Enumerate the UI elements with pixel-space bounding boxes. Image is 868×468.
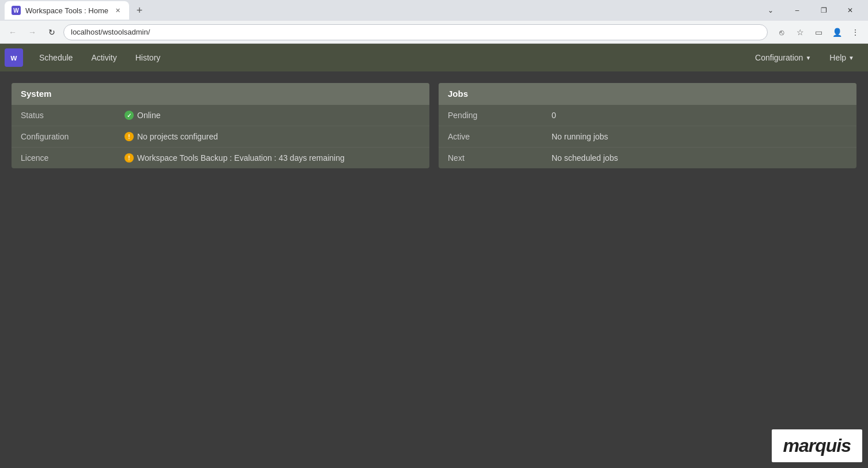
new-tab-button[interactable]: + xyxy=(131,2,148,18)
window-tab-list-button[interactable]: ⌄ xyxy=(757,0,784,21)
config-warning-icon: ! xyxy=(124,132,134,141)
nav-activity[interactable]: Activity xyxy=(82,44,126,71)
jobs-next-row: Next No scheduled jobs xyxy=(439,148,856,168)
split-screen-icon[interactable]: ▭ xyxy=(810,24,827,40)
jobs-card-title: Jobs xyxy=(448,89,468,99)
nav-schedule[interactable]: Schedule xyxy=(30,44,82,71)
jobs-next-text: No scheduled jobs xyxy=(552,153,618,163)
configuration-label: Configuration xyxy=(755,53,803,62)
browser-window: W Workspace Tools : Home ✕ + ⌄ – ❐ ✕ ← →… xyxy=(0,0,868,44)
marquis-logo: marquis xyxy=(772,429,862,462)
system-licence-value: ! Workspace Tools Backup : Evaluation : … xyxy=(124,153,345,163)
help-dropdown[interactable]: Help ▼ xyxy=(820,44,863,71)
licence-warning-icon: ! xyxy=(124,153,134,163)
system-licence-row: Licence ! Workspace Tools Backup : Evalu… xyxy=(12,148,429,168)
system-licence-text: Workspace Tools Backup : Evaluation : 43… xyxy=(137,153,345,163)
jobs-active-row: Active No running jobs xyxy=(439,126,856,148)
menu-icon[interactable]: ⋮ xyxy=(847,24,863,40)
main-content: System Status ✓ Online Configuration ! N… xyxy=(0,71,868,180)
jobs-card-body: Pending 0 Active No running jobs Next No… xyxy=(439,105,856,168)
online-status-icon: ✓ xyxy=(124,111,134,120)
jobs-active-text: No running jobs xyxy=(552,132,608,141)
nav-history[interactable]: History xyxy=(126,44,170,71)
marquis-text: marquis xyxy=(783,435,851,456)
tab-bar: W Workspace Tools : Home ✕ + ⌄ – ❐ ✕ xyxy=(0,0,868,21)
jobs-next-label: Next xyxy=(448,153,552,163)
nav-links: Schedule Activity History xyxy=(30,44,169,71)
system-card-title: System xyxy=(21,89,51,99)
tab-title: Workspace Tools : Home xyxy=(25,6,108,15)
tab-favicon: W xyxy=(12,6,21,15)
system-status-row: Status ✓ Online xyxy=(12,105,429,126)
jobs-next-value: No scheduled jobs xyxy=(552,153,618,163)
url-input[interactable]: localhost/wstoolsadmin/ xyxy=(63,24,768,40)
system-config-value: ! No projects configured xyxy=(124,132,218,141)
bookmark-icon[interactable]: ☆ xyxy=(792,24,808,40)
jobs-active-value: No running jobs xyxy=(552,132,608,141)
help-arrow: ▼ xyxy=(848,55,854,61)
system-status-value: ✓ Online xyxy=(124,111,160,120)
system-card: System Status ✓ Online Configuration ! N… xyxy=(12,83,429,168)
system-config-text: No projects configured xyxy=(137,132,218,141)
system-status-label: Status xyxy=(21,111,124,120)
system-status-text: Online xyxy=(137,111,160,120)
system-licence-label: Licence xyxy=(21,153,124,163)
address-actions: ⎋ ☆ ▭ 👤 ⋮ xyxy=(773,24,863,40)
system-config-row: Configuration ! No projects configured xyxy=(12,126,429,148)
jobs-pending-value: 0 xyxy=(552,111,556,120)
jobs-pending-text: 0 xyxy=(552,111,556,120)
window-close-button[interactable]: ✕ xyxy=(837,0,863,21)
system-card-body: Status ✓ Online Configuration ! No proje… xyxy=(12,105,429,168)
configuration-dropdown[interactable]: Configuration ▼ xyxy=(746,44,820,71)
active-tab[interactable]: W Workspace Tools : Home ✕ xyxy=(5,1,129,20)
address-bar: ← → ↻ localhost/wstoolsadmin/ ⎋ ☆ ▭ 👤 ⋮ xyxy=(0,21,868,44)
refresh-button[interactable]: ↻ xyxy=(44,24,60,40)
jobs-card-header: Jobs xyxy=(439,83,856,105)
back-button[interactable]: ← xyxy=(5,24,21,40)
share-icon[interactable]: ⎋ xyxy=(773,24,790,40)
help-label: Help xyxy=(829,53,846,62)
system-card-header: System xyxy=(12,83,429,105)
profile-icon[interactable]: 👤 xyxy=(829,24,845,40)
nav-right: Configuration ▼ Help ▼ xyxy=(746,44,863,71)
window-controls: ⌄ – ❐ ✕ xyxy=(757,0,863,21)
jobs-active-label: Active xyxy=(448,132,552,141)
forward-button[interactable]: → xyxy=(24,24,40,40)
configuration-arrow: ▼ xyxy=(805,55,811,61)
window-minimize-button[interactable]: – xyxy=(784,0,810,21)
tab-close-button[interactable]: ✕ xyxy=(113,6,122,15)
app-navbar: w Schedule Activity History Configuratio… xyxy=(0,44,868,71)
jobs-pending-label: Pending xyxy=(448,111,552,120)
jobs-pending-row: Pending 0 xyxy=(439,105,856,126)
app-logo: w xyxy=(5,48,23,67)
jobs-card: Jobs Pending 0 Active No running jobs Ne… xyxy=(439,83,856,168)
system-config-label: Configuration xyxy=(21,132,124,141)
url-text: localhost/wstoolsadmin/ xyxy=(71,28,150,36)
window-restore-button[interactable]: ❐ xyxy=(810,0,837,21)
